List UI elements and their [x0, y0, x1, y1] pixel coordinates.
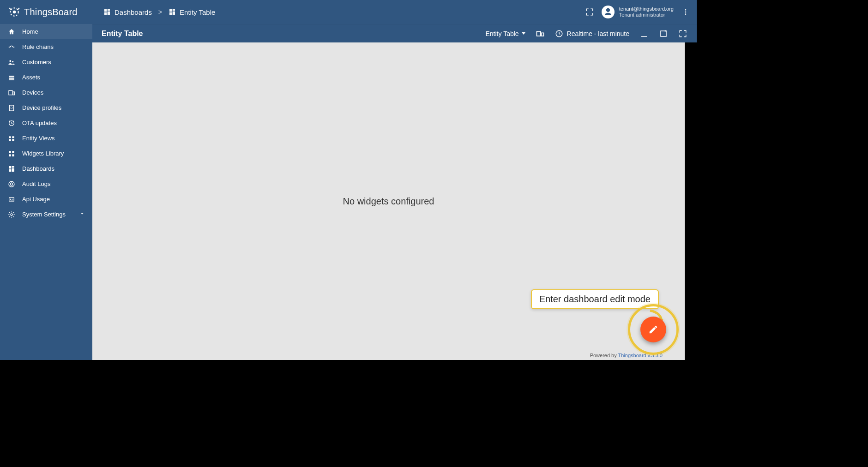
svg-rect-32	[12, 151, 14, 153]
svg-point-16	[13, 47, 14, 48]
svg-rect-33	[9, 154, 11, 156]
empty-state-message: No widgets configured	[343, 196, 434, 207]
svg-point-13	[685, 12, 687, 13]
home-icon	[7, 28, 16, 36]
svg-rect-37	[12, 168, 14, 171]
edit-mode-fab[interactable]	[640, 317, 666, 342]
footer: Powered by Thingsboard v.3.3.0	[590, 353, 663, 358]
dashboards-icon	[7, 165, 16, 173]
breadcrumb-current[interactable]: Entity Table	[169, 8, 215, 16]
sidebar-item-label: OTA updates	[22, 120, 57, 126]
export-icon[interactable]	[639, 29, 649, 38]
svg-rect-7	[104, 12, 107, 15]
dashboard-canvas: No widgets configured Powered by Thingsb…	[92, 42, 685, 360]
svg-rect-23	[13, 92, 14, 95]
sidebar-item-label: Dashboards	[22, 165, 54, 172]
svg-point-43	[11, 214, 12, 216]
svg-line-3	[18, 8, 19, 10]
svg-point-1	[13, 11, 16, 14]
svg-rect-47	[661, 31, 666, 36]
sidebar-item-devices[interactable]: Devices	[0, 85, 92, 100]
svg-rect-30	[12, 139, 14, 141]
sidebar: HomeRule chainsCustomersAssetsDevicesDDe…	[0, 24, 92, 360]
user-menu[interactable]: tenant@thingsboard.org Tenant administra…	[602, 6, 674, 18]
logo-icon	[8, 6, 20, 18]
svg-rect-5	[108, 9, 110, 11]
audit-icon	[7, 180, 16, 188]
svg-rect-9	[173, 9, 175, 11]
chevron-down-icon	[79, 211, 85, 218]
breadcrumb: Dashboards > Entity Table	[92, 8, 215, 16]
sidebar-item-label: Device profiles	[22, 104, 61, 111]
breadcrumb-root[interactable]: Dashboards	[103, 8, 152, 16]
breadcrumb-separator: >	[157, 8, 164, 16]
svg-rect-11	[169, 12, 172, 15]
assets-icon	[7, 74, 16, 81]
entity-aliases-icon[interactable]	[536, 29, 545, 38]
svg-point-15	[9, 47, 10, 48]
chevron-down-icon	[522, 32, 525, 35]
svg-rect-44	[536, 31, 540, 36]
svg-text:D: D	[11, 106, 13, 109]
sidebar-item-widgets-library[interactable]: Widgets Library	[0, 146, 92, 161]
breadcrumb-root-label: Dashboards	[115, 8, 152, 16]
sidebar-item-label: Entity Views	[22, 135, 55, 142]
brand[interactable]: ThingsBoard	[0, 6, 92, 18]
rulechain-icon	[7, 43, 16, 51]
sidebar-item-audit-logs[interactable]: Audit Logs	[0, 176, 92, 192]
avatar-icon	[602, 6, 615, 18]
timewindow-selector[interactable]: Realtime - last minute	[555, 30, 629, 38]
svg-rect-10	[173, 12, 175, 15]
sidebar-item-api-usage[interactable]: Api Usage	[0, 192, 92, 207]
customers-icon	[7, 59, 16, 66]
entityviews-icon	[7, 135, 16, 142]
topbar: ThingsBoard Dashboards > Entity Table	[0, 0, 697, 24]
svg-rect-45	[541, 33, 543, 36]
sidebar-item-entity-views[interactable]: Entity Views	[0, 131, 92, 146]
footer-link[interactable]: Thingsboard v.3.3.0	[618, 353, 663, 358]
svg-rect-28	[12, 136, 14, 138]
sidebar-item-label: Rule chains	[22, 43, 54, 50]
sidebar-item-label: Api Usage	[22, 196, 50, 203]
pencil-icon	[648, 324, 658, 335]
svg-rect-27	[9, 136, 11, 138]
svg-rect-20	[9, 78, 14, 79]
sidebar-item-device-profiles[interactable]: DDevice profiles	[0, 100, 92, 115]
svg-point-18	[12, 61, 13, 62]
dashboard-icon	[169, 8, 176, 16]
svg-rect-35	[9, 166, 11, 168]
sidebar-item-customers[interactable]: Customers	[0, 54, 92, 70]
state-selector[interactable]: Entity Table	[485, 30, 525, 37]
sidebar-item-assets[interactable]: Assets	[0, 70, 92, 85]
dashboard-icon	[103, 8, 111, 16]
footer-prefix: Powered by	[590, 353, 618, 358]
manage-layouts-icon[interactable]	[659, 29, 668, 38]
sidebar-item-ota-updates[interactable]: OTA updates	[0, 115, 92, 131]
more-menu-icon[interactable]	[680, 6, 691, 18]
sidebar-item-rule-chains[interactable]: Rule chains	[0, 39, 92, 54]
widgets-icon	[7, 150, 16, 157]
sidebar-item-label: Widgets Library	[22, 150, 64, 157]
svg-line-2	[9, 8, 11, 10]
svg-point-40	[10, 183, 12, 185]
clock-icon	[555, 30, 563, 38]
state-selector-label: Entity Table	[485, 30, 518, 37]
user-role: Tenant administrator	[619, 12, 674, 18]
sidebar-item-system-settings[interactable]: System Settings	[0, 207, 92, 222]
timewindow-label: Realtime - last minute	[567, 30, 629, 37]
fullscreen-icon[interactable]	[678, 29, 687, 38]
deviceprofile-icon: D	[7, 104, 16, 112]
sidebar-item-home[interactable]: Home	[0, 24, 92, 39]
page-title: Entity Table	[102, 30, 143, 38]
svg-rect-38	[9, 169, 11, 171]
fullscreen-toggle-icon[interactable]	[584, 6, 595, 18]
svg-rect-29	[9, 139, 11, 141]
svg-rect-36	[12, 166, 14, 168]
devices-icon	[7, 89, 16, 96]
sidebar-item-dashboards[interactable]: Dashboards	[0, 161, 92, 176]
sidebar-item-label: Customers	[22, 59, 51, 66]
sidebar-item-label: Devices	[22, 89, 43, 96]
dashboard-toolbar: Entity Table Entity Table Realtime - las…	[92, 24, 697, 42]
svg-rect-4	[104, 9, 107, 12]
settings-icon	[7, 211, 16, 218]
